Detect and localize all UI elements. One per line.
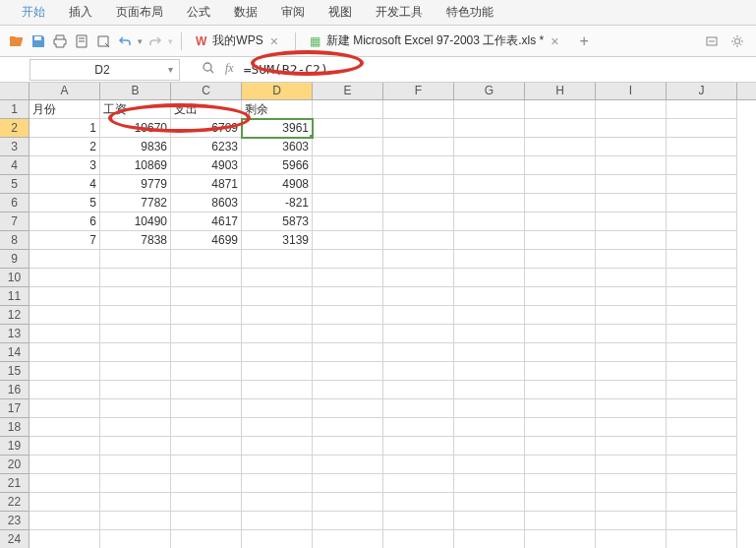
menu-审阅[interactable]: 审阅: [269, 0, 317, 25]
cell-B22[interactable]: [100, 493, 171, 512]
cell-D12[interactable]: [242, 306, 313, 325]
cell-J9[interactable]: [667, 250, 737, 269]
open-icon[interactable]: [8, 32, 26, 50]
col-header-F[interactable]: F: [383, 83, 454, 99]
cell-J7[interactable]: [667, 213, 737, 231]
cell-I1[interactable]: [596, 100, 667, 119]
cell-C15[interactable]: [171, 362, 242, 381]
cell-F18[interactable]: [383, 418, 454, 437]
cell-F23[interactable]: [383, 512, 454, 530]
row-header-24[interactable]: 24: [0, 530, 29, 548]
cell-J15[interactable]: [667, 362, 737, 381]
cell-A11[interactable]: [29, 287, 100, 306]
cell-G22[interactable]: [454, 493, 525, 512]
cell-I11[interactable]: [596, 287, 667, 306]
cell-A15[interactable]: [29, 362, 100, 381]
cell-I15[interactable]: [596, 362, 667, 381]
cell-G3[interactable]: [454, 138, 525, 156]
cell-I13[interactable]: [596, 325, 667, 343]
cell-A20[interactable]: [29, 456, 100, 474]
cell-J13[interactable]: [667, 325, 737, 343]
cell-E5[interactable]: [313, 175, 383, 194]
cell-E17[interactable]: [313, 399, 383, 418]
cell-C23[interactable]: [171, 512, 242, 530]
cell-C22[interactable]: [171, 493, 242, 512]
col-header-I[interactable]: I: [596, 83, 667, 99]
cell-H15[interactable]: [525, 362, 596, 381]
cell-B1[interactable]: 工资: [100, 100, 171, 119]
cell-J17[interactable]: [667, 399, 737, 418]
cell-H4[interactable]: [525, 156, 596, 175]
cell-E13[interactable]: [313, 325, 383, 343]
col-header-D[interactable]: D: [242, 83, 313, 99]
row-header-16[interactable]: 16: [0, 381, 29, 399]
cell-A18[interactable]: [29, 418, 100, 437]
cell-I16[interactable]: [596, 381, 667, 399]
fx-icon[interactable]: fx: [223, 59, 236, 80]
cell-I18[interactable]: [596, 418, 667, 437]
cell-C17[interactable]: [171, 399, 242, 418]
cell-A17[interactable]: [29, 399, 100, 418]
redo-dropdown-icon[interactable]: ▾: [168, 36, 173, 46]
cell-B2[interactable]: 10670: [100, 119, 171, 138]
cell-E10[interactable]: [313, 269, 383, 287]
cell-B16[interactable]: [100, 381, 171, 399]
cell-G9[interactable]: [454, 250, 525, 269]
cell-J3[interactable]: [667, 138, 737, 156]
cell-D6[interactable]: -821: [242, 194, 313, 213]
cell-I21[interactable]: [596, 474, 667, 493]
cell-C10[interactable]: [171, 269, 242, 287]
cell-I19[interactable]: [596, 437, 667, 456]
menu-公式[interactable]: 公式: [175, 0, 222, 25]
menu-特色功能[interactable]: 特色功能: [435, 0, 505, 25]
cell-E24[interactable]: [313, 530, 383, 548]
cell-H9[interactable]: [525, 250, 596, 269]
cell-E12[interactable]: [313, 306, 383, 325]
close-icon[interactable]: ×: [548, 33, 561, 49]
cell-I17[interactable]: [596, 399, 667, 418]
row-header-10[interactable]: 10: [0, 269, 29, 287]
cell-F17[interactable]: [383, 399, 454, 418]
cell-B21[interactable]: [100, 474, 171, 493]
cell-D4[interactable]: 5966: [242, 156, 313, 175]
row-header-12[interactable]: 12: [0, 306, 29, 325]
col-header-B[interactable]: B: [100, 83, 171, 99]
cell-E18[interactable]: [313, 418, 383, 437]
view-icon[interactable]: [94, 32, 112, 50]
settings-icon[interactable]: [728, 32, 746, 50]
cell-G23[interactable]: [454, 512, 525, 530]
cell-E4[interactable]: [313, 156, 383, 175]
cell-B19[interactable]: [100, 437, 171, 456]
cell-A7[interactable]: 6: [29, 213, 100, 231]
cell-C9[interactable]: [171, 250, 242, 269]
cell-E22[interactable]: [313, 493, 383, 512]
cell-D17[interactable]: [242, 399, 313, 418]
cell-G4[interactable]: [454, 156, 525, 175]
cell-J20[interactable]: [667, 456, 737, 474]
cell-C14[interactable]: [171, 343, 242, 362]
cell-B13[interactable]: [100, 325, 171, 343]
row-header-22[interactable]: 22: [0, 493, 29, 512]
row-header-1[interactable]: 1: [0, 100, 29, 119]
cell-F12[interactable]: [383, 306, 454, 325]
cell-G24[interactable]: [454, 530, 525, 548]
row-header-15[interactable]: 15: [0, 362, 29, 381]
cell-F2[interactable]: [383, 119, 454, 138]
cell-G5[interactable]: [454, 175, 525, 194]
cell-H12[interactable]: [525, 306, 596, 325]
cell-G14[interactable]: [454, 343, 525, 362]
cell-E9[interactable]: [313, 250, 383, 269]
col-header-J[interactable]: J: [667, 83, 737, 99]
cell-A13[interactable]: [29, 325, 100, 343]
cell-F9[interactable]: [383, 250, 454, 269]
cell-F20[interactable]: [383, 456, 454, 474]
cell-D7[interactable]: 5873: [242, 213, 313, 231]
row-header-3[interactable]: 3: [0, 138, 29, 156]
cell-I8[interactable]: [596, 231, 667, 250]
cell-J16[interactable]: [667, 381, 737, 399]
cell-F24[interactable]: [383, 530, 454, 548]
cell-H20[interactable]: [525, 456, 596, 474]
cell-B18[interactable]: [100, 418, 171, 437]
menu-视图[interactable]: 视图: [317, 0, 364, 25]
cell-A22[interactable]: [29, 493, 100, 512]
